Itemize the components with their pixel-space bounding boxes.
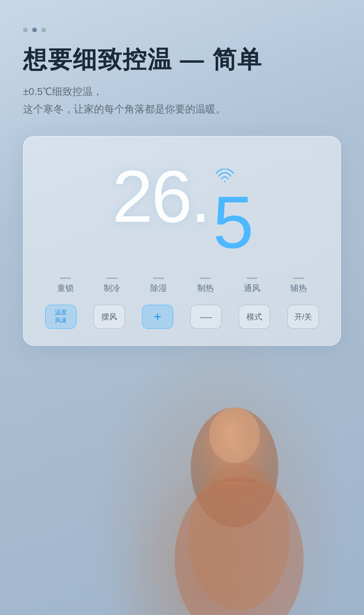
mode-item-aux-heat: 辅热 <box>290 278 307 294</box>
dot-1[interactable] <box>23 28 28 32</box>
mode-indicators: 童锁 制冷 除湿 制热 通风 辅热 <box>37 278 327 294</box>
control-buttons: 温度 风速 摆风 + — 模式 开/关 <box>37 305 327 329</box>
mode-label-cool: 制冷 <box>104 283 120 294</box>
mode-dash-cool <box>106 278 117 279</box>
mode-dash-heat <box>200 278 211 279</box>
headline-title: 想要细致控温 — 简单 <box>23 45 341 74</box>
mode-label-fan: 通风 <box>244 283 260 294</box>
mode-button[interactable]: 模式 <box>239 305 270 329</box>
swing-label: 摆风 <box>101 312 117 322</box>
thermostat-panel: 26. 5 童锁 制冷 <box>23 136 341 346</box>
mode-label-aux-heat: 辅热 <box>290 283 307 294</box>
mode-item-dehumid: 除湿 <box>150 278 167 294</box>
minus-button[interactable]: — <box>190 305 222 329</box>
mode-label-child-lock: 童锁 <box>57 283 74 294</box>
mode-label-heat: 制热 <box>197 283 214 294</box>
plus-button[interactable]: + <box>142 305 173 329</box>
mode-item-cool: 制冷 <box>104 278 120 294</box>
dot-2[interactable] <box>32 28 37 32</box>
pagination-dots <box>23 28 341 32</box>
power-button[interactable]: 开/关 <box>288 305 319 329</box>
page-container: 想要细致控温 — 简单 ±0.5℃细致控温， 这个寒冬，让家的每个角落都是你要的… <box>0 0 364 615</box>
temperature-decimal: 5 <box>213 185 252 259</box>
subtitle: ±0.5℃细致控温， 这个寒冬，让家的每个角落都是你要的温暖。 <box>23 83 341 118</box>
power-label: 开/关 <box>294 312 312 322</box>
temperature-integer: 26. <box>112 160 209 233</box>
temp-speed-label-speed: 风速 <box>55 317 67 325</box>
plus-label: + <box>154 309 161 324</box>
mode-dash-aux-heat <box>293 278 304 279</box>
mode-item-fan: 通风 <box>244 278 260 294</box>
minus-label: — <box>200 310 212 324</box>
mode-item-heat: 制热 <box>197 278 214 294</box>
temp-speed-label-temp: 温度 <box>55 309 67 317</box>
mode-dash-fan <box>247 278 258 279</box>
temperature-display: 26. 5 <box>37 155 327 264</box>
dot-3[interactable] <box>41 28 46 32</box>
temperature-decimal-group: 5 <box>213 160 252 259</box>
mode-dash-dehumid <box>153 278 164 279</box>
temp-speed-button[interactable]: 温度 风速 <box>45 305 76 329</box>
mode-label-dehumid: 除湿 <box>150 283 167 294</box>
subtitle-line2: 这个寒冬，让家的每个角落都是你要的温暖。 <box>23 101 341 118</box>
mode-btn-label: 模式 <box>247 312 262 322</box>
subtitle-line1: ±0.5℃细致控温， <box>23 83 341 100</box>
swing-button[interactable]: 摆风 <box>94 305 125 329</box>
mode-item-child-lock: 童锁 <box>57 278 74 294</box>
mode-dash-child-lock <box>60 278 71 279</box>
